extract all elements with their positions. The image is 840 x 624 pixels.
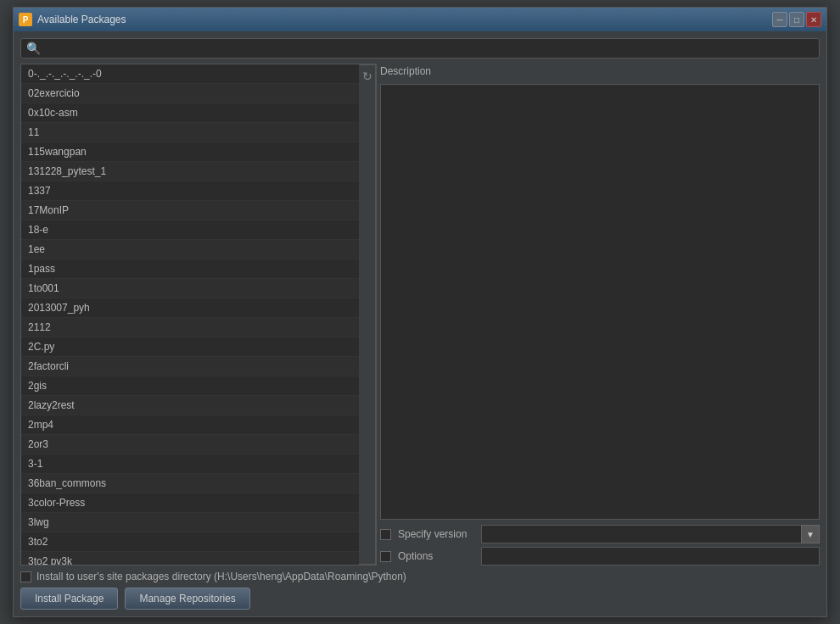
main-window: P Available Packages ─ □ ✕ 🔍 0-._.-._.-.… — [13, 7, 827, 617]
list-item[interactable]: 0x10c-asm — [21, 103, 359, 123]
app-icon: P — [19, 13, 32, 26]
list-item[interactable]: 1ee — [21, 240, 359, 259]
left-panel: 0-._.-._.-._.-._.-002exercicio0x10c-asm1… — [20, 64, 377, 566]
specify-version-label: Specify version — [398, 528, 474, 540]
title-bar-left: P Available Packages — [19, 13, 126, 26]
list-item[interactable]: 2112 — [21, 318, 359, 337]
options-label: Options — [398, 550, 474, 562]
package-list[interactable]: 0-._.-._.-._.-._.-002exercicio0x10c-asm1… — [21, 64, 359, 565]
list-item[interactable]: 3lwg — [21, 513, 359, 532]
description-box — [380, 84, 820, 520]
search-bar: 🔍 — [20, 38, 820, 58]
options-checkbox[interactable] — [380, 551, 391, 562]
list-item[interactable]: 2013007_pyh — [21, 298, 359, 318]
list-item[interactable]: 3-1 — [21, 454, 359, 474]
action-buttons: Install Package Manage Repositories — [20, 588, 820, 610]
window-title: Available Packages — [37, 14, 126, 25]
refresh-button[interactable]: ↻ — [360, 69, 375, 84]
list-item[interactable]: 2C.py — [21, 337, 359, 357]
title-controls: ─ □ ✕ — [772, 12, 821, 27]
options-area: Specify version ▼ Options — [380, 525, 820, 566]
close-button[interactable]: ✕ — [806, 12, 821, 27]
list-item[interactable]: 36ban_commons — [21, 474, 359, 493]
list-item[interactable]: 2factorcli — [21, 357, 359, 376]
content-area: 🔍 0-._.-._.-._.-._.-002exercicio0x10c-as… — [14, 31, 826, 616]
manage-repositories-button[interactable]: Manage Repositories — [125, 588, 249, 610]
maximize-button[interactable]: □ — [789, 12, 804, 27]
list-item[interactable]: 2or3 — [21, 435, 359, 454]
search-input[interactable] — [46, 42, 814, 55]
list-item[interactable]: 3to2 — [21, 532, 359, 552]
install-site-packages-checkbox[interactable] — [20, 571, 31, 582]
list-item[interactable]: 2gis — [21, 376, 359, 396]
list-item[interactable]: 02exercicio — [21, 84, 359, 103]
specify-version-select-wrap: ▼ — [481, 525, 820, 543]
list-item[interactable]: 1to001 — [21, 279, 359, 298]
list-item[interactable]: 131228_pytest_1 — [21, 162, 359, 181]
list-item[interactable]: 11 — [21, 123, 359, 142]
list-item[interactable]: 115wangpan — [21, 142, 359, 162]
list-item[interactable]: 2lazy2rest — [21, 396, 359, 415]
specify-version-select[interactable] — [481, 525, 820, 543]
search-icon: 🔍 — [26, 42, 41, 55]
install-site-packages-label: Install to user's site packages director… — [36, 571, 406, 582]
install-package-button[interactable]: Install Package — [20, 588, 118, 610]
description-label: Description — [380, 64, 820, 79]
list-item[interactable]: 2mp4 — [21, 415, 359, 435]
list-item[interactable]: 3to2 py3k — [21, 552, 359, 565]
list-actions: ↻ — [359, 64, 376, 565]
list-item[interactable]: 0-._.-._.-._.-._.-0 — [21, 64, 359, 84]
title-bar: P Available Packages ─ □ ✕ — [14, 8, 826, 31]
options-input[interactable] — [481, 547, 820, 566]
list-item[interactable]: 1337 — [21, 181, 359, 201]
minimize-button[interactable]: ─ — [772, 12, 787, 27]
specify-version-checkbox[interactable] — [380, 529, 391, 540]
options-row: Options — [380, 547, 820, 566]
install-options: Install to user's site packages director… — [20, 571, 820, 582]
list-item[interactable]: 17MonIP — [21, 201, 359, 220]
package-list-container: 0-._.-._.-._.-._.-002exercicio0x10c-asm1… — [20, 64, 377, 566]
list-item[interactable]: 3color-Press — [21, 493, 359, 513]
main-area: 0-._.-._.-._.-._.-002exercicio0x10c-asm1… — [20, 64, 820, 566]
specify-version-row: Specify version ▼ — [380, 525, 820, 543]
list-item[interactable]: 1pass — [21, 259, 359, 279]
right-panel: Description Specify version ▼ — [380, 64, 820, 566]
list-item[interactable]: 18-e — [21, 220, 359, 240]
bottom-area: Install to user's site packages director… — [20, 571, 820, 610]
